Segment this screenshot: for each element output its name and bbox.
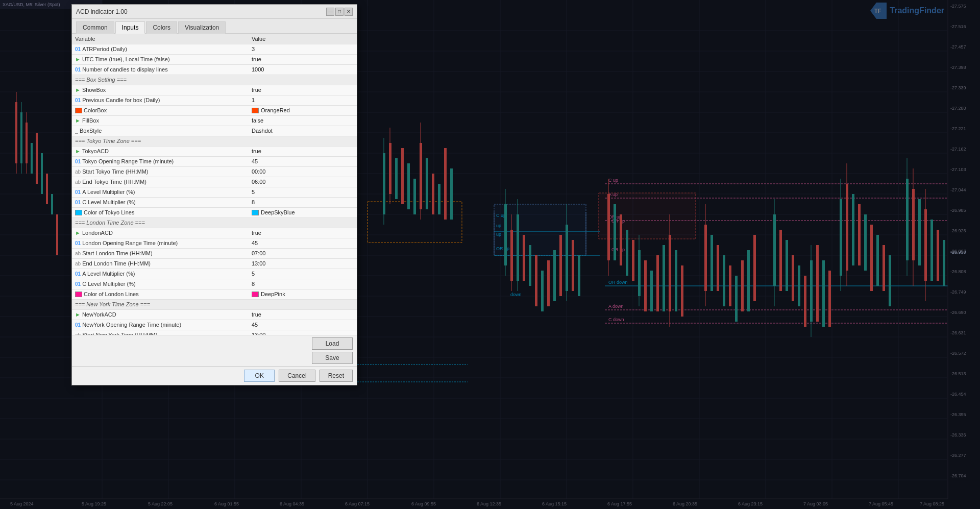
minimize-button[interactable]: — xyxy=(326,8,334,16)
close-button[interactable]: ✕ xyxy=(345,8,353,16)
table-row: === Box Setting === xyxy=(72,75,357,85)
val-cell[interactable]: 00:00 xyxy=(249,166,357,177)
var-text: London Opening Range Time (minute) xyxy=(82,240,178,246)
val-cell[interactable]: 1 xyxy=(249,95,357,105)
var-text: End London Time (HH:MM) xyxy=(82,260,151,266)
val-cell[interactable]: 5 xyxy=(249,187,357,197)
load-button[interactable]: Load xyxy=(312,337,353,350)
var-cell: abEnd Tokyo Time (HH:MM) xyxy=(72,177,249,187)
cancel-button[interactable]: Cancel xyxy=(279,370,315,382)
var-cell: ⎯BoxStyle xyxy=(72,126,249,136)
tab-inputs[interactable]: Inputs xyxy=(115,21,145,34)
table-row: 01A Level Multiplier (%) 5 xyxy=(72,269,357,279)
var-text: LondonACD xyxy=(82,230,113,236)
table-row: ⎯BoxStyle Dashdot xyxy=(72,126,357,136)
val-cell[interactable]: 1000 xyxy=(249,64,357,75)
table-row: Color of London Lines DeepPink xyxy=(72,289,357,299)
val-cell[interactable]: Dashdot xyxy=(249,126,357,136)
icon-01: 01 xyxy=(75,322,81,328)
icon-ab: ab xyxy=(75,179,81,185)
var-cell: abEnd London Time (HH:MM) xyxy=(72,258,249,269)
table-header-row: Variable Value xyxy=(72,34,357,44)
header-variable: Variable xyxy=(72,34,249,44)
tab-common[interactable]: Common xyxy=(76,21,114,34)
val-cell[interactable]: 13:00 xyxy=(249,330,357,335)
var-cell: 01Tokyo Opening Range Time (minute) xyxy=(72,156,249,166)
table-row: ►ShowBox true xyxy=(72,85,357,95)
icon-01: 01 xyxy=(75,98,81,103)
var-text: Start London Time (HH:MM) xyxy=(82,250,153,256)
val-cell[interactable]: 45 xyxy=(249,320,357,330)
tabs-container: Common Inputs Colors Visualization xyxy=(72,19,357,34)
table-body: 01ATRPeriod (Daily) 3 ►UTC Time (true), … xyxy=(72,44,357,335)
icon-arrow: ► xyxy=(75,117,81,124)
val-cell[interactable]: 06:00 xyxy=(249,177,357,187)
val-cell[interactable]: true xyxy=(249,228,357,238)
icon-01: 01 xyxy=(75,67,81,72)
dialog-title: ACD indicator 1.00 xyxy=(76,8,128,15)
icon-arrow: ► xyxy=(75,87,81,93)
var-cell: 01NewYork Opening Range Time (minute) xyxy=(72,320,249,330)
val-cell[interactable]: 07:00 xyxy=(249,248,357,258)
val-cell[interactable]: DeepPink xyxy=(249,289,357,299)
var-cell: Color of Tokyo Lines xyxy=(72,207,249,217)
tab-visualization[interactable]: Visualization xyxy=(178,21,226,34)
icon-style: ⎯ xyxy=(75,128,78,134)
save-button[interactable]: Save xyxy=(312,352,353,364)
var-cell: 01ATRPeriod (Daily) xyxy=(72,44,249,54)
table-row: ►TokyoACD true xyxy=(72,146,357,156)
val-cell[interactable]: 8 xyxy=(249,197,357,207)
var-text: A Level Multiplier (%) xyxy=(82,189,135,195)
table-row: === Tokyo Time Zone === xyxy=(72,136,357,146)
val-cell[interactable]: false xyxy=(249,115,357,126)
table-row: ►LondonACD true xyxy=(72,228,357,238)
icon-color xyxy=(75,292,82,297)
reset-button[interactable]: Reset xyxy=(320,370,353,382)
maximize-button[interactable]: □ xyxy=(335,8,344,16)
table-row: abStart New York Time (HH:MM) 13:00 xyxy=(72,330,357,335)
tab-colors[interactable]: Colors xyxy=(146,21,177,34)
color-swatch xyxy=(252,108,259,113)
color-swatch xyxy=(252,292,259,297)
params-table: Variable Value 01ATRPeriod (Daily) 3 ►UT… xyxy=(72,34,357,335)
table-row: 01ATRPeriod (Daily) 3 xyxy=(72,44,357,54)
val-cell[interactable]: true xyxy=(249,54,357,64)
val-cell[interactable]: DeepSkyBlue xyxy=(249,207,357,217)
table-row: ►FillBox false xyxy=(72,115,357,126)
params-table-scroll[interactable]: Variable Value 01ATRPeriod (Daily) 3 ►UT… xyxy=(72,34,357,335)
var-text: C Level Multiplier (%) xyxy=(82,199,136,205)
table-row: 01London Opening Range Time (minute) 45 xyxy=(72,238,357,248)
color-swatch xyxy=(252,210,259,215)
table-row: ►UTC Time (true), Local Time (false) tru… xyxy=(72,54,357,64)
ok-button[interactable]: OK xyxy=(244,370,275,382)
table-row: 01Previous Candle for box (Daily) 1 xyxy=(72,95,357,105)
val-cell[interactable]: 8 xyxy=(249,279,357,289)
var-cell: ►NewYorkACD xyxy=(72,309,249,320)
dialog: ACD indicator 1.00 — □ ✕ Common Inputs C… xyxy=(71,4,357,385)
var-cell: 01C Level Multiplier (%) xyxy=(72,197,249,207)
section-label: === Tokyo Time Zone === xyxy=(72,136,357,146)
load-save-container: Load Save xyxy=(72,335,357,366)
var-text: BoxStyle xyxy=(80,128,102,134)
val-cell[interactable]: true xyxy=(249,85,357,95)
val-cell[interactable]: 45 xyxy=(249,156,357,166)
var-text: C Level Multiplier (%) xyxy=(82,281,136,287)
val-cell[interactable]: 3 xyxy=(249,44,357,54)
val-cell[interactable]: OrangeRed xyxy=(249,105,357,115)
table-row: Color of Tokyo Lines DeepSkyBlue xyxy=(72,207,357,217)
val-cell[interactable]: 45 xyxy=(249,238,357,248)
var-cell: ColorBox xyxy=(72,105,249,115)
val-cell[interactable]: 5 xyxy=(249,269,357,279)
icon-color xyxy=(75,210,82,215)
modal-overlay: ACD indicator 1.00 — □ ✕ Common Inputs C… xyxy=(0,0,980,509)
var-text: ColorBox xyxy=(84,107,107,113)
var-text: FillBox xyxy=(82,117,99,124)
val-cell[interactable]: true xyxy=(249,309,357,320)
val-cell[interactable]: true xyxy=(249,146,357,156)
titlebar-controls: — □ ✕ xyxy=(326,8,353,16)
val-cell[interactable]: 13:00 xyxy=(249,258,357,269)
section-label: === New York Time Zone === xyxy=(72,299,357,309)
icon-01: 01 xyxy=(75,159,81,164)
load-save-buttons: Load Save xyxy=(312,337,353,364)
icon-arrow: ► xyxy=(75,148,81,154)
